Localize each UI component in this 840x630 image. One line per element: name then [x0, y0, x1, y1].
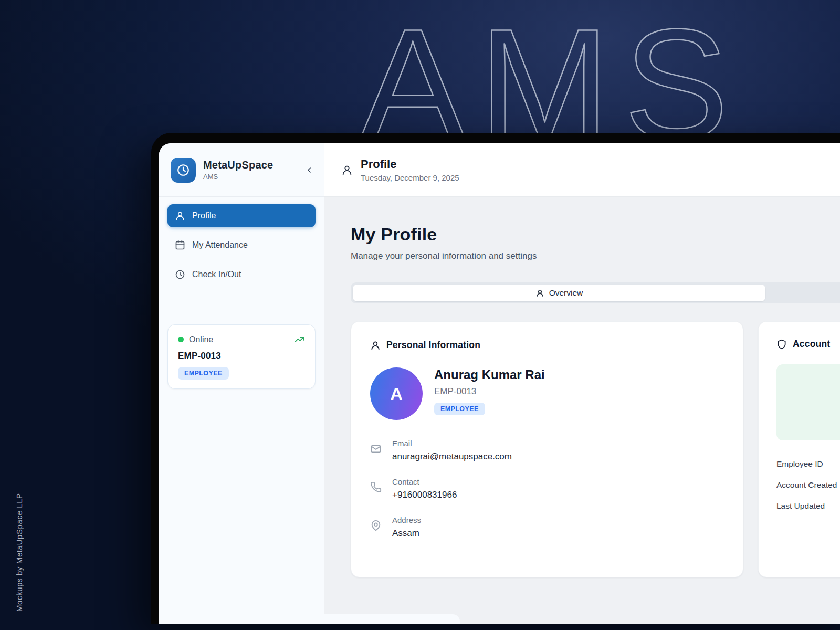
role-badge: EMPLOYEE — [434, 403, 485, 415]
account-rows: Employee ID Account Created Last Updated — [776, 459, 840, 511]
personal-information-card: Personal Information A Anurag Kumar Rai … — [351, 321, 743, 578]
page-title: My Profile — [351, 224, 840, 245]
account-card-header: Account — [776, 339, 840, 350]
brand-text: MetaUpSpace AMS — [203, 159, 298, 181]
bottom-peek-panel — [324, 614, 460, 624]
field-label: Address — [392, 516, 421, 524]
user-icon — [536, 289, 544, 298]
profile-identity: Anurag Kumar Rai EMP-0013 EMPLOYEE — [434, 368, 545, 420]
field-text: Email anuragrai@metaupspace.com — [392, 439, 512, 462]
account-status-panel — [776, 364, 840, 440]
account-card: Account Employee ID Account Created Last… — [758, 321, 840, 578]
clock-icon — [176, 163, 190, 177]
mockup-credit: Mockups by MetaUpSpace LLP — [15, 493, 24, 612]
role-badge: EMPLOYEE — [178, 367, 229, 380]
field-text: Contact +916000831966 — [392, 477, 457, 500]
account-row-last-updated: Last Updated — [776, 501, 840, 511]
field-value: +916000831966 — [392, 490, 457, 500]
sidebar-nav: Profile My Attendance Check In/Out — [159, 197, 324, 292]
user-icon — [341, 164, 353, 176]
employee-id: EMP-0013 — [178, 351, 305, 361]
user-icon — [370, 340, 381, 351]
field-email: Email anuragrai@metaupspace.com — [370, 439, 724, 462]
mail-icon — [370, 443, 383, 462]
field-label: Contact — [392, 477, 457, 486]
account-row-account-created: Account Created — [776, 480, 840, 490]
field-contact: Contact +916000831966 — [370, 477, 724, 500]
sidebar-item-my-attendance[interactable]: My Attendance — [167, 234, 316, 257]
page-header-date: Tuesday, December 9, 2025 — [361, 173, 459, 182]
account-card-title: Account — [793, 339, 830, 350]
field-text: Address Assam — [392, 516, 421, 539]
person-name: Anurag Kumar Rai — [434, 368, 545, 382]
sidebar-collapse-button[interactable] — [305, 166, 313, 174]
tabstrip: Overview — [351, 282, 840, 303]
status-card: Online EMP-0013 EMPLOYEE — [167, 324, 316, 389]
status-label: Online — [189, 335, 289, 344]
sidebar-item-check-in-out[interactable]: Check In/Out — [167, 263, 316, 286]
app-window: MetaUpSpace AMS Profile — [151, 133, 840, 624]
person-employee-id: EMP-0013 — [434, 386, 545, 397]
sidebar-status-section: Online EMP-0013 EMPLOYEE — [159, 316, 324, 397]
shield-icon — [776, 339, 787, 350]
brand-name: MetaUpSpace — [203, 159, 298, 171]
map-pin-icon — [370, 520, 383, 539]
sidebar-item-label: Profile — [192, 211, 216, 220]
sidebar-item-profile[interactable]: Profile — [167, 204, 316, 227]
cards-row: Personal Information A Anurag Kumar Rai … — [351, 321, 840, 578]
profile-summary: A Anurag Kumar Rai EMP-0013 EMPLOYEE — [370, 368, 724, 420]
page-header-text: Profile Tuesday, December 9, 2025 — [361, 158, 459, 182]
personal-card-header: Personal Information — [370, 340, 724, 351]
calendar-icon — [175, 240, 185, 250]
app-surface: MetaUpSpace AMS Profile — [159, 143, 840, 624]
chevron-left-icon — [305, 166, 313, 174]
field-address: Address Assam — [370, 516, 724, 539]
trending-up-icon — [294, 334, 305, 345]
online-dot-icon — [178, 337, 184, 342]
clock-icon — [175, 269, 185, 280]
avatar: A — [370, 368, 423, 420]
page-header: Profile Tuesday, December 9, 2025 — [324, 143, 840, 197]
user-icon — [175, 211, 185, 221]
tab-overview[interactable]: Overview — [353, 285, 765, 301]
sidebar: MetaUpSpace AMS Profile — [159, 143, 324, 624]
page-subtitle: Manage your personal information and set… — [351, 251, 840, 261]
account-row-employee-id: Employee ID — [776, 459, 840, 469]
personal-fields: Email anuragrai@metaupspace.com Contact — [370, 439, 724, 539]
field-value: Assam — [392, 528, 421, 539]
tab-label: Overview — [549, 288, 583, 298]
main-area: Profile Tuesday, December 9, 2025 My Pro… — [324, 143, 840, 624]
brand-logo — [171, 158, 196, 183]
status-row: Online — [178, 334, 305, 345]
field-label: Email — [392, 439, 512, 448]
content-area: My Profile Manage your personal informat… — [324, 197, 840, 624]
brand-row: MetaUpSpace AMS — [159, 143, 324, 197]
brand-subtitle: AMS — [203, 173, 298, 181]
phone-icon — [370, 481, 383, 500]
field-value: anuragrai@metaupspace.com — [392, 452, 512, 462]
sidebar-item-label: My Attendance — [192, 240, 248, 250]
sidebar-item-label: Check In/Out — [192, 270, 241, 279]
page-header-title: Profile — [361, 158, 459, 171]
personal-card-title: Personal Information — [386, 340, 480, 351]
